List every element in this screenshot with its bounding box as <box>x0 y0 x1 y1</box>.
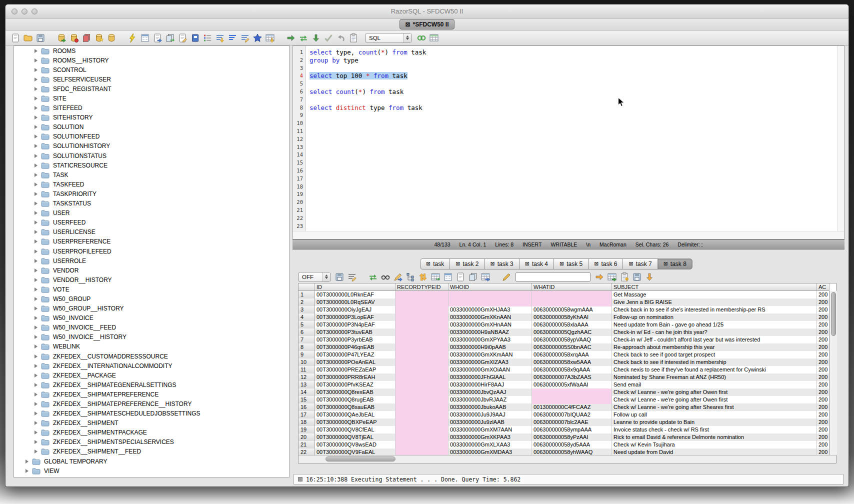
cell-subject[interactable]: Check-in w/ Jeff - couldn't afford last … <box>612 336 817 344</box>
code-line[interactable] <box>310 198 837 206</box>
cell-whatid[interactable]: 00630000007A3bZAAS <box>532 374 612 382</box>
connect-db-icon[interactable] <box>56 33 66 43</box>
cell-whoid[interactable] <box>448 291 532 299</box>
disclosure-triangle-icon[interactable] <box>34 240 38 244</box>
cell-subject[interactable]: Give Jenn a BIG RAISE <box>612 298 817 306</box>
refresh-icon[interactable] <box>298 33 308 43</box>
results-tab-task-8[interactable]: ⊠task 8 <box>658 258 692 270</box>
disclosure-triangle-icon[interactable] <box>34 402 38 406</box>
table-row[interactable]: 1600T3000000Q8sauEAB0033000000JbukoAAB00… <box>298 404 836 411</box>
row-number-cell[interactable]: 12 <box>298 374 315 382</box>
new-file-icon[interactable] <box>10 33 20 43</box>
code-line[interactable] <box>310 80 837 88</box>
format-sql-icon[interactable] <box>228 33 238 43</box>
cell-ac[interactable]: 200 <box>817 411 830 419</box>
disclosure-triangle-icon[interactable] <box>34 250 38 254</box>
disclosure-triangle-icon[interactable] <box>34 87 38 91</box>
row-number-cell[interactable]: 15 <box>298 396 315 404</box>
cell-whatid[interactable]: 006300000058yd5AAA <box>532 441 612 449</box>
code-line[interactable] <box>310 222 837 230</box>
save-results-icon[interactable] <box>334 272 344 282</box>
cell-whoid[interactable]: 0033000000GmXHnAAN <box>448 321 532 329</box>
disclosure-triangle-icon[interactable] <box>34 106 38 110</box>
disclosure-triangle-icon[interactable] <box>34 354 38 358</box>
code-line[interactable] <box>310 167 837 175</box>
cell-whatid[interactable] <box>532 291 612 299</box>
disclosure-triangle-icon[interactable] <box>34 392 38 396</box>
cell-whoid[interactable]: 0033000000GmXKnAAN <box>448 314 532 322</box>
table-row[interactable]: 1500T3000000Q8rugEAB0033000000JbvRJAAZCh… <box>298 396 836 404</box>
table-vertical-scrollbar[interactable] <box>830 291 837 455</box>
tree-item-zkfedex-internationalcommodity[interactable]: ZKFEDEX__INTERNATIONALCOMMODITY <box>14 361 289 370</box>
object-list-icon[interactable] <box>202 33 212 43</box>
cell-whatid[interactable] <box>532 388 612 396</box>
cell-whoid[interactable]: 0033000000GmXLXAA3 <box>448 441 532 449</box>
disclosure-triangle-icon[interactable] <box>34 383 38 387</box>
cell-subject[interactable]: Re-approach about membership this year <box>612 344 817 352</box>
cell-recordtypeid[interactable] <box>396 411 448 419</box>
cell-whatid[interactable]: 006300000058wgmAAA <box>532 306 612 314</box>
cell-subject[interactable]: Get Massage <box>612 291 817 299</box>
tree-item-w50-group-history[interactable]: W50_GROUP__HISTORY <box>14 304 289 314</box>
cell-whatid[interactable] <box>532 396 612 404</box>
cell-whatid[interactable]: 00630000005xfWaAAI <box>532 381 612 389</box>
results-tab-task-6[interactable]: ⊠task 6 <box>588 258 623 270</box>
code-line[interactable] <box>310 190 837 198</box>
tree-item-solution[interactable]: SOLUTION <box>14 122 289 132</box>
editor-vertical-scrollbar[interactable] <box>837 46 844 231</box>
results-tab-task-2[interactable]: ⊠task 2 <box>450 258 484 270</box>
disclosure-triangle-icon[interactable] <box>34 344 38 348</box>
history-icon[interactable] <box>348 33 358 43</box>
row-number-cell[interactable]: 6 <box>298 328 315 336</box>
table-row[interactable]: 1400T3000000Q8rexEAB0033000000JbvQzAAJCh… <box>298 388 836 396</box>
tree-item-zkfedex-customaddresssource[interactable]: ZKFEDEX__CUSTOMADDRESSSOURCE <box>14 352 289 361</box>
disclosure-triangle-icon[interactable] <box>34 364 38 368</box>
cell-subject[interactable]: Invoice status check - check w/ RS first <box>612 426 817 434</box>
code-line[interactable] <box>310 214 837 222</box>
sql-code-area[interactable]: select type, count(*) from taskgroup by … <box>306 46 837 231</box>
add-record-icon[interactable] <box>620 272 630 282</box>
cell-whoid[interactable]: 0033000000Ju9J9AAJ <box>448 411 532 419</box>
row-limit-select[interactable]: OFF <box>298 272 330 282</box>
tab-close-icon[interactable]: ⊠ <box>628 261 633 266</box>
tree-item-taskstatus[interactable]: TASKSTATUS <box>14 199 289 208</box>
disclosure-triangle-icon[interactable] <box>34 306 38 310</box>
results-grid-icon[interactable] <box>429 33 439 43</box>
code-line[interactable] <box>310 112 837 120</box>
code-line[interactable] <box>310 136 837 144</box>
cell-id[interactable]: 00T3000000L0RqSEAV <box>315 298 396 306</box>
cell-id[interactable]: 00T3000000QBXPeEAP <box>315 418 396 426</box>
table-row[interactable]: 2100T3000000QV8wsEAD0033000000GmXLXAA300… <box>298 441 836 448</box>
disclosure-triangle-icon[interactable] <box>34 412 38 416</box>
tree-item-solutionhistory[interactable]: SOLUTIONHISTORY <box>14 142 289 151</box>
column-header-ac[interactable]: AC <box>817 284 830 291</box>
cell-whoid[interactable]: 0033000000JFhGlAAL <box>448 374 532 382</box>
cell-ac[interactable]: 200 <box>817 396 830 404</box>
cell-id[interactable]: 00T3000000OiyJgEAJ <box>315 306 396 314</box>
tree-item-weblink[interactable]: WEBLINK <box>14 342 289 352</box>
cell-whoid[interactable]: 0033000000GmXHJAA3 <box>448 306 532 314</box>
tree-item-rooms[interactable]: ROOMS <box>14 46 289 56</box>
cell-recordtypeid[interactable] <box>396 366 448 374</box>
row-number-cell[interactable]: 13 <box>298 381 315 389</box>
cell-recordtypeid[interactable] <box>396 404 448 412</box>
code-line[interactable] <box>310 120 837 128</box>
disclosure-triangle-icon[interactable] <box>34 164 38 168</box>
table-row[interactable]: 1800T3000000QBXPeEAP0033000000Ju9zlAAB00… <box>298 418 836 426</box>
tree-item-zkfedex-shipmategeneralsettings[interactable]: ZKFEDEX__SHIPMATEGENERALSETTINGS <box>14 380 289 390</box>
copy-table-icon[interactable] <box>480 272 490 282</box>
tab-close-icon[interactable]: ⊠ <box>525 261 530 266</box>
cell-whatid[interactable] <box>532 298 612 306</box>
disclosure-triangle-icon[interactable] <box>34 297 38 301</box>
cell-subject[interactable]: Leanne to provide update to Bain <box>612 418 817 426</box>
disclosure-triangle-icon[interactable] <box>34 220 38 224</box>
disclosure-triangle-icon[interactable] <box>34 335 38 339</box>
disclosure-triangle-icon[interactable] <box>34 125 38 129</box>
disclosure-triangle-icon[interactable] <box>34 278 38 282</box>
tree-item-view[interactable]: VIEW <box>14 466 289 476</box>
row-number-cell[interactable]: 18 <box>298 418 315 426</box>
disclosure-triangle-icon[interactable] <box>34 288 38 292</box>
cell-recordtypeid[interactable] <box>396 328 448 336</box>
tree-item-sitehistory[interactable]: SITEHISTORY <box>14 113 289 122</box>
cell-recordtypeid[interactable] <box>396 434 448 442</box>
